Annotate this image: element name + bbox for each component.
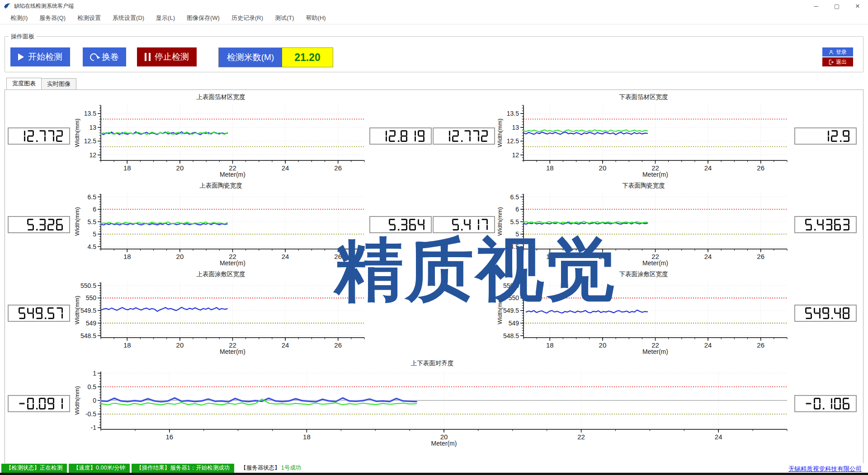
close-button[interactable]: ✕ xyxy=(847,0,868,12)
login-button[interactable]: 登录 xyxy=(822,47,853,56)
svg-text:16: 16 xyxy=(165,433,173,441)
refresh-icon xyxy=(88,52,99,62)
lcd-display xyxy=(8,216,70,233)
bottom-edge xyxy=(0,473,868,475)
menu-server[interactable]: 服务器(Q) xyxy=(33,14,71,22)
status-operation-result: 【操作结果】服务器1：开始检测成功 xyxy=(132,464,234,473)
menu-system-settings[interactable]: 系统设置(D) xyxy=(107,14,150,22)
svg-text:Meter(m): Meter(m) xyxy=(220,259,245,267)
svg-text:18: 18 xyxy=(546,164,554,172)
svg-text:5: 5 xyxy=(93,230,96,238)
svg-text:548.5: 548.5 xyxy=(80,332,96,339)
svg-text:24: 24 xyxy=(282,164,289,172)
menu-detect[interactable]: 检测(I) xyxy=(5,14,33,22)
svg-text:20: 20 xyxy=(176,341,184,349)
svg-text:0: 0 xyxy=(93,397,96,404)
chart-row-ceramic: 上表面陶瓷宽度 6.565.554.51820222426Meter(m)Wid… xyxy=(5,180,863,269)
menu-image-save[interactable]: 图像保存(W) xyxy=(181,14,226,22)
chart-title: 上表面涂敷区宽度 xyxy=(73,270,369,279)
svg-text:12.5: 12.5 xyxy=(507,137,519,145)
chart-row-foil: 上表面箔材区宽度 13.51312.5121820222426Meter(m)W… xyxy=(5,92,863,180)
stop-detect-button[interactable]: 停止检测 xyxy=(137,47,197,66)
window-title: 缺陷在线检测系统客户端 xyxy=(14,2,74,10)
menu-test[interactable]: 测试(T) xyxy=(269,14,300,22)
user-icon xyxy=(829,50,834,55)
chart-canvas: 13.51312.5121820222426Meter(m)Width(mm) xyxy=(495,102,792,179)
title-bar: 缺陷在线检测系统客户端 ─ ▢ ✕ xyxy=(0,0,868,12)
svg-text:550: 550 xyxy=(86,294,97,301)
svg-text:20: 20 xyxy=(176,164,184,172)
change-roll-button[interactable]: 换卷 xyxy=(83,47,126,66)
menu-history[interactable]: 历史记录(R) xyxy=(226,14,269,22)
window-controls: ─ ▢ ✕ xyxy=(806,0,868,12)
chart-canvas: 550.5550549.5549548.51820222426Meter(m)W… xyxy=(73,279,369,357)
tab-realtime-image[interactable]: 实时图像 xyxy=(42,78,76,90)
chart-canvas: 6.565.554.51820222426Meter(m)Width(mm) xyxy=(495,190,792,268)
chart-title: 上下表面对齐度 xyxy=(73,359,792,368)
menu-detect-settings[interactable]: 检测设置 xyxy=(71,14,107,22)
chart-canvas: 10.50-0.5-11618202224Meter(m)Width(mm) xyxy=(73,368,792,448)
svg-text:549: 549 xyxy=(509,320,519,327)
svg-text:Width(mm): Width(mm) xyxy=(496,296,503,325)
lcd-display xyxy=(433,127,495,145)
svg-text:20: 20 xyxy=(599,253,607,260)
meter-count-display: 检测米数(M) 21.20 xyxy=(218,47,333,67)
svg-text:4.5: 4.5 xyxy=(510,243,519,250)
svg-text:26: 26 xyxy=(757,253,764,260)
svg-text:550.5: 550.5 xyxy=(80,282,96,289)
svg-text:13: 13 xyxy=(512,124,519,131)
svg-text:Width(mm): Width(mm) xyxy=(74,296,80,325)
svg-text:6: 6 xyxy=(515,206,519,213)
auth-buttons: 登录 退出 xyxy=(822,47,853,66)
svg-text:-1: -1 xyxy=(91,424,97,431)
operation-panel-label: 操作面板 xyxy=(9,33,37,41)
chart-lower-foil: 下表面箔材区宽度 13.51312.5121820222426Meter(m)W… xyxy=(495,93,792,179)
svg-text:Width(mm): Width(mm) xyxy=(74,386,80,415)
lcd-display xyxy=(8,127,70,145)
svg-text:0.5: 0.5 xyxy=(88,383,97,390)
svg-text:22: 22 xyxy=(577,433,585,441)
minimize-button[interactable]: ─ xyxy=(806,0,826,12)
svg-text:24: 24 xyxy=(704,341,712,349)
svg-text:12.5: 12.5 xyxy=(84,137,96,145)
meter-count-label: 检测米数(M) xyxy=(219,48,282,67)
maximize-button[interactable]: ▢ xyxy=(826,0,847,12)
svg-text:Meter(m): Meter(m) xyxy=(642,171,668,178)
start-detect-button[interactable]: 开始检测 xyxy=(10,47,70,66)
chart-lower-coating: 下表面涂敷区宽度 550.5550549.5549548.51820222426… xyxy=(495,270,792,357)
svg-text:Meter(m): Meter(m) xyxy=(220,171,245,178)
chart-title: 下表面箔材区宽度 xyxy=(495,93,792,102)
status-bar: 【检测状态】正在检测 【速度】0.00米/分钟 【操作结果】服务器1：开始检测成… xyxy=(0,463,868,473)
chart-canvas: 13.51312.5121820222426Meter(m)Width(mm) xyxy=(73,102,369,179)
svg-text:5: 5 xyxy=(515,230,519,238)
meter-count-value: 21.20 xyxy=(282,48,333,67)
pause-icon xyxy=(145,53,151,61)
svg-text:Meter(m): Meter(m) xyxy=(642,348,668,355)
svg-text:1: 1 xyxy=(93,370,96,377)
chart-upper-coating: 上表面涂敷区宽度 550.5550549.5549548.51820222426… xyxy=(73,270,369,357)
svg-text:Width(mm): Width(mm) xyxy=(74,118,80,147)
svg-text:18: 18 xyxy=(123,164,131,172)
svg-text:26: 26 xyxy=(334,164,342,172)
svg-text:Width(mm): Width(mm) xyxy=(496,118,503,147)
chart-upper-foil: 上表面箔材区宽度 13.51312.5121820222426Meter(m)W… xyxy=(73,93,369,179)
chart-title: 上表面陶瓷宽度 xyxy=(73,181,369,190)
svg-text:12: 12 xyxy=(512,151,519,159)
svg-text:6.5: 6.5 xyxy=(510,193,519,201)
lcd-display xyxy=(794,216,857,233)
menu-display[interactable]: 显示(L) xyxy=(150,14,181,22)
tab-width-chart[interactable]: 宽度图表 xyxy=(6,78,42,89)
company-link[interactable]: 无锡精质视觉科技有限公司 xyxy=(788,465,862,473)
operation-panel: 操作面板 开始检测 换卷 停止检测 检测米数(M) 21.20 登录 xyxy=(5,36,863,72)
lcd-display xyxy=(8,395,70,412)
svg-text:Meter(m): Meter(m) xyxy=(642,259,668,267)
lcd-display xyxy=(794,305,857,322)
svg-text:24: 24 xyxy=(282,341,289,349)
menu-help[interactable]: 帮助(H) xyxy=(300,14,332,22)
app-window: 缺陷在线检测系统客户端 ─ ▢ ✕ 检测(I) 服务器(Q) 检测设置 系统设置… xyxy=(0,0,868,475)
width-chart-panel: 上表面箔材区宽度 13.51312.5121820222426Meter(m)W… xyxy=(5,89,863,464)
svg-text:550.5: 550.5 xyxy=(503,282,519,289)
svg-text:24: 24 xyxy=(704,164,712,172)
logout-button[interactable]: 退出 xyxy=(822,57,853,66)
svg-text:6.5: 6.5 xyxy=(88,193,97,201)
